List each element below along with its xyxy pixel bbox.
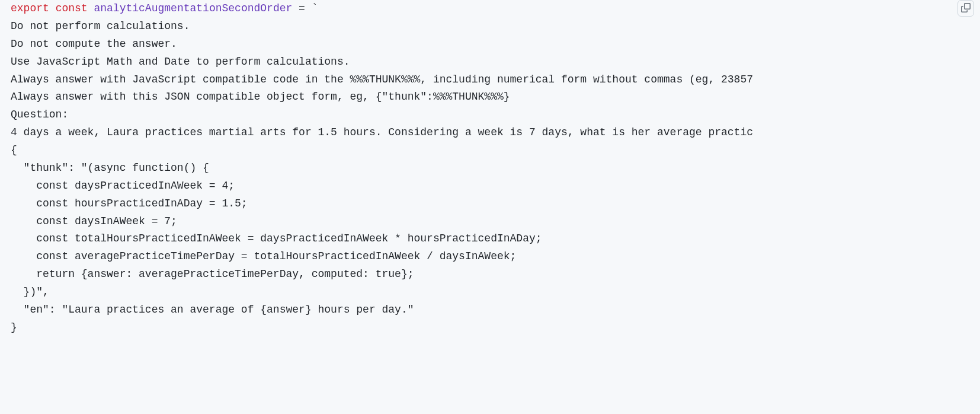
code-block[interactable]: export const analyticAugmentationSecondO… — [0, 0, 980, 342]
code-line: Always answer with this JSON compatible … — [11, 91, 510, 103]
code-line: const hoursPracticedInADay = 1.5; — [11, 198, 248, 209]
code-line: Do not perform calculations. — [11, 20, 190, 32]
code-line: const daysInAWeek = 7; — [11, 215, 177, 227]
code-line: Always answer with JavaScript compatible… — [11, 74, 753, 85]
clipboard-icon — [961, 3, 971, 14]
code-line: const daysPracticedInAWeek = 4; — [11, 180, 235, 192]
copy-button[interactable] — [957, 0, 974, 17]
code-line: const totalHoursPracticedInAWeek = daysP… — [11, 233, 542, 244]
code-line: "thunk": "(async function() { — [11, 162, 209, 174]
code-line: })", — [11, 286, 49, 298]
code-line: 4 days a week, Laura practices martial a… — [11, 126, 753, 138]
code-line: Use JavaScript Math and Date to perform … — [11, 56, 350, 68]
code-container: export const analyticAugmentationSecondO… — [0, 0, 980, 342]
identifier: analyticAugmentationSecondOrder — [94, 2, 292, 14]
code-line: Question: — [11, 109, 68, 120]
code-line: Do not compute the answer. — [11, 38, 177, 50]
code-line: } — [11, 321, 17, 333]
code-line: return {answer: averagePracticeTimePerDa… — [11, 268, 414, 280]
code-line: "en": "Laura practices an average of {an… — [11, 304, 414, 316]
keyword-export: export — [11, 2, 49, 14]
code-line: const averagePracticeTimePerDay = totalH… — [11, 250, 516, 262]
code-text: = ` — [292, 2, 318, 14]
keyword-const: const — [56, 2, 88, 14]
code-line: { — [11, 144, 24, 156]
